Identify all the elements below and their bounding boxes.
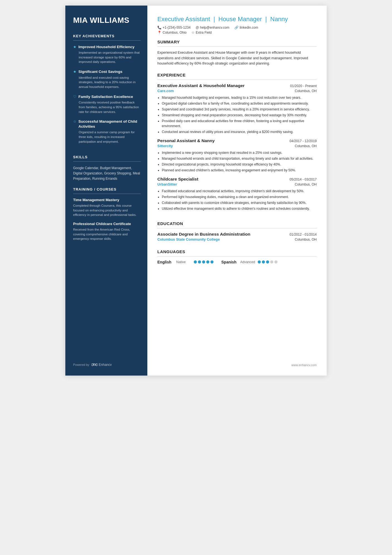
job-dates: 01/2020 - Present — [290, 84, 317, 88]
lang-dots — [194, 260, 214, 263]
extra-item: ☆ Extra Field — [192, 31, 212, 34]
achievement-title: Family Satisfaction Excellence — [78, 94, 133, 99]
bullet: Managed household errands and child tran… — [162, 156, 317, 161]
training-item: Time Management Mastery Completed throug… — [73, 198, 141, 217]
skills-divider — [73, 161, 141, 162]
bullet: Planned and executed children's activiti… — [162, 168, 317, 173]
achievement-icon: ★ — [73, 70, 76, 74]
bullet: Supervised and coordinated 3rd party ser… — [162, 107, 317, 112]
star-icon: ☆ — [192, 31, 195, 34]
achievement-title: Successful Management of Child Activitie… — [78, 119, 141, 129]
achievement-header: ★ Significant Cost Savings — [73, 69, 141, 74]
pipe-2: | — [265, 16, 269, 23]
achievements-divider — [73, 40, 141, 41]
job-header: Executive Assistant & Household Manager … — [157, 83, 317, 88]
job-bullets: Implemented a new grocery shopping syste… — [157, 150, 317, 173]
email-icon: @ — [195, 26, 199, 29]
bullet: Utilized effective time management skill… — [162, 206, 317, 211]
job-company-row: Care.com Columbus, OH — [157, 89, 317, 93]
achievements-section: KEY ACHIEVEMENTS ★ Improved Household Ef… — [73, 34, 141, 149]
header-title: Executive Assistant | House Manager | Na… — [157, 16, 317, 23]
title-part-3: Nanny — [270, 16, 288, 23]
education-divider — [157, 228, 317, 228]
sidebar: MIA WILLIAMS KEY ACHIEVEMENTS ★ Improved… — [65, 6, 147, 376]
job-company: Sittercity — [157, 144, 173, 148]
bullet: Conducted annual reviews of utility pric… — [162, 129, 317, 134]
bullet: Organized digital calendars for a family… — [162, 101, 317, 106]
phone-text: +1-(234)-555-1234 — [163, 26, 190, 29]
achievement-icon: ★ — [73, 45, 76, 49]
footer: www.enhancv.com — [157, 359, 317, 367]
achievement-item: ★ Improved Household Efficiency Implemen… — [73, 45, 141, 65]
lang-dot — [262, 260, 265, 263]
summary-text: Experienced Executive Assistant and Hous… — [157, 50, 317, 66]
resume-header: Executive Assistant | House Manager | Na… — [157, 16, 317, 40]
language-item: English Native — [157, 260, 214, 264]
job-location: Columbus, OH — [295, 144, 317, 148]
lang-level: Advanced — [240, 260, 255, 264]
bullet: Facilitated educational and recreational… — [162, 189, 317, 194]
achievement-title: Significant Cost Savings — [78, 69, 122, 74]
lang-dot — [202, 260, 205, 263]
lang-dots — [258, 260, 277, 263]
edu-school: Columbus State Community College — [157, 237, 220, 241]
achievement-desc: Consistently received positive feedback … — [73, 100, 141, 114]
achievement-desc: Organized a summer camp program for thre… — [73, 130, 141, 144]
edu-dates: 01/2012 - 01/2014 — [290, 233, 317, 236]
bullet: Managed household budgeting and expenses… — [162, 95, 317, 100]
enhancv-label: Enhancv — [99, 363, 112, 367]
achievement-item: ☆ Successful Management of Child Activit… — [73, 119, 141, 144]
pipe-1: | — [214, 16, 217, 23]
languages-row: English Native Spanish Advanced — [157, 260, 317, 264]
linkedin-text: linkedin.com — [240, 26, 258, 29]
achievement-item: ★ Significant Cost Savings Identified an… — [73, 69, 141, 89]
edu-school-row: Columbus State Community College Columbu… — [157, 237, 317, 241]
education-section: EDUCATION Associate Degree in Business A… — [157, 221, 317, 243]
skills-section: SKILLS Google Calendar, Budget Managemen… — [73, 155, 141, 181]
job-company-row: Sittercity Columbus, OH — [157, 144, 317, 148]
phone-item: 📞 +1-(234)-555-1234 — [157, 26, 190, 29]
job-entry: Executive Assistant & Household Manager … — [157, 83, 317, 134]
enhancv-logo: Enhancv — [91, 363, 112, 367]
website: www.enhancv.com — [291, 363, 317, 367]
training-section: TRAINING / COURSES Time Management Maste… — [73, 187, 141, 246]
achievement-desc: Implemented an organizational system tha… — [73, 50, 141, 64]
bullet: Implemented a new grocery shopping syste… — [162, 150, 317, 155]
extra-text: Extra Field — [196, 31, 212, 34]
job-company-row: UrbanSitter Columbus, OH — [157, 182, 317, 186]
job-header: Personal Assistant & Nanny 04/2017 - 12/… — [157, 138, 317, 143]
edu-list: Associate Degree in Business Administrat… — [157, 232, 317, 241]
job-location: Columbus, OH — [295, 89, 317, 93]
powered-by: Powered by Enhancv — [73, 356, 141, 367]
lang-dot — [194, 260, 197, 263]
lang-dot — [270, 260, 273, 263]
job-header: Childcare Specialist 05/2014 - 03/2017 — [157, 177, 317, 182]
location-text: Columbus, Ohio — [163, 31, 187, 34]
training-title: TRAINING / COURSES — [73, 187, 141, 191]
training-item: Professional Childcare Certificate Recei… — [73, 222, 141, 241]
summary-divider — [157, 46, 317, 47]
job-entry: Childcare Specialist 05/2014 - 03/2017 U… — [157, 177, 317, 211]
achievement-item: ♡ Family Satisfaction Excellence Consist… — [73, 94, 141, 114]
job-dates: 04/2017 - 12/2019 — [290, 139, 317, 143]
jobs-list: Executive Assistant & Household Manager … — [157, 83, 317, 211]
edu-degree: Associate Degree in Business Administrat… — [157, 232, 250, 237]
language-item: Spanish Advanced — [221, 260, 277, 264]
achievement-header: ★ Improved Household Efficiency — [73, 45, 141, 50]
achievement-header: ☆ Successful Management of Child Activit… — [73, 119, 141, 129]
lang-name: English — [157, 260, 174, 264]
main-content: Executive Assistant | House Manager | Na… — [147, 6, 327, 376]
lang-dot — [258, 260, 261, 263]
powered-by-label: Powered by — [73, 363, 89, 366]
achievements-title: KEY ACHIEVEMENTS — [73, 34, 141, 38]
summary-section: SUMMARY Experienced Executive Assistant … — [157, 40, 317, 66]
location-item: 📍 Columbus, Ohio — [157, 31, 187, 34]
enhancv-icon — [91, 363, 98, 367]
contact-row-2: 📍 Columbus, Ohio ☆ Extra Field — [157, 31, 317, 34]
candidate-name: MIA WILLIAMS — [73, 16, 141, 25]
languages-title: LANGUAGES — [157, 249, 317, 254]
location-icon: 📍 — [157, 31, 162, 34]
experience-divider — [157, 80, 317, 80]
achievement-icon: ☆ — [73, 119, 76, 124]
training-desc: Completed through Coursera, this course … — [73, 203, 141, 217]
